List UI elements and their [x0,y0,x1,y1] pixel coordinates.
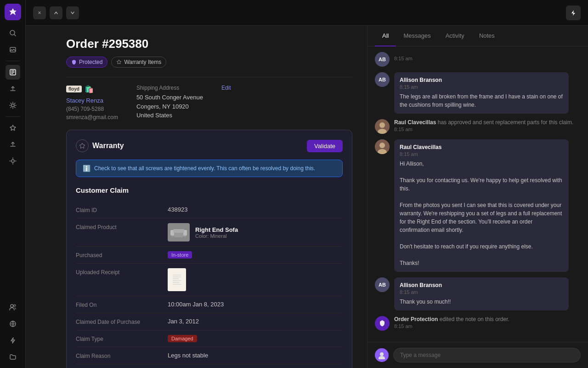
edit-shipping-button[interactable]: Edit [221,85,231,91]
sidebar-item-folder[interactable] [6,350,20,364]
op-time: 8:15 am [394,323,509,329]
right-panel: All Messages Activity Notes AB 8:15 am A… [368,26,588,368]
badges-row: Protected Warranty Items [66,57,352,68]
message-bubble-raul: Raul Clavecillas 8:15 am Hi Allison, Tha… [394,139,569,272]
uploaded-receipt-value [168,268,343,291]
uploaded-receipt-label: Uploaded Receipt [76,268,168,276]
claimed-product-label: Claimed Product [76,223,168,230]
warranty-title-row: Warranty [76,139,124,152]
svg-rect-16 [173,236,175,239]
shipping-address-line1: 50 South Conger Avenue [136,93,203,102]
info-banner: ℹ️ Check to see that all screws are tigh… [76,160,343,177]
message-row-raul: Raul Clavecillas 8:15 am Hi Allison, Tha… [375,139,581,272]
customer-name[interactable]: Stacey Renza [66,97,118,104]
order-protection-icon [378,319,386,328]
order-protection-content: Order Protection edited the note on this… [394,316,509,329]
up-button[interactable] [50,6,62,19]
info-text: Check to see that all screws are tighten… [94,165,315,172]
customer-phone: (845) 709-5288 [66,106,118,112]
receipt-icon [170,271,183,288]
system-message-content: Raul Clavecillas has approved and sent r… [394,119,573,132]
msg-time: 8:15 am [400,84,563,90]
tab-all[interactable]: All [375,26,396,46]
raul-avatar-bubble-icon [375,139,390,154]
product-thumbnail [168,223,190,242]
store-icon: 🛍️ [85,85,94,93]
svg-point-7 [11,104,14,107]
instore-badge: In-store [168,251,192,259]
shield-icon [71,59,77,65]
tab-notes[interactable]: Notes [472,26,502,46]
msg-text: The legs are all broken from the frame a… [400,92,563,109]
sidebar-item-star[interactable] [6,121,20,135]
svg-point-8 [11,160,14,162]
order-protection-avatar [375,316,390,331]
shipping-label: Shipping Address [136,85,203,91]
message-input[interactable] [393,348,581,362]
sidebar-item-upload2[interactable] [6,137,20,152]
svg-rect-17 [183,236,185,239]
sidebar-item-upload[interactable] [6,81,20,96]
system-sender: Raul Clavecillas [394,119,436,126]
user-avatar-small [375,348,389,362]
order-meta: floyd 🛍️ Stacey Renza (845) 709-5288 smr… [66,85,352,121]
system-text: Raul Clavecillas has approved and sent r… [394,119,573,126]
svg-line-1 [14,34,16,36]
sidebar-divider-2 [6,116,20,117]
product-color: Color: Mineral [195,233,238,239]
sidebar-item-flash[interactable] [6,333,20,348]
sidebar-item-users[interactable] [6,300,20,315]
receipt-thumbnail[interactable] [168,268,186,291]
raul-msg-text: Hi Allison, Thank you for contacting us.… [400,160,563,267]
claim-type-row: Claim Type Damaged [76,330,343,347]
claimed-date-label: Claimed Date of Purchase [76,318,168,325]
sidebar-item-global[interactable] [6,316,20,331]
message-row: AB 8:15 am [375,52,581,67]
product-item: Right End Sofa Color: Mineral [168,223,343,242]
claim-table: Claim ID 438923 Claimed Product [76,201,343,364]
tab-activity[interactable]: Activity [438,26,472,46]
warranty-star-icon [76,139,89,152]
system-time: 8:15 am [394,126,573,132]
messages-list: AB 8:15 am AB Allison Branson 8:15 am Th… [368,46,588,342]
claimed-date-row: Claimed Date of Purchase Jan 3, 2012 [76,313,343,330]
divider-1 [66,77,352,77]
raul-msg-time: 8:15 am [400,151,563,157]
message-row-allison-1: AB Allison Branson 8:15 am The legs are … [375,72,581,114]
svg-point-9 [11,305,13,307]
flash-action-button[interactable] [566,6,581,20]
svg-point-10 [14,305,16,306]
sofa-icon [170,225,188,240]
tab-messages[interactable]: Messages [396,26,438,46]
store-logo: floyd [66,86,82,92]
filed-on-label: Filed On [76,301,168,308]
sidebar-item-image[interactable] [6,42,20,57]
topbar: × [26,0,588,26]
purchased-label: Purchased [76,251,168,259]
allison-2-sender: Allison Branson [400,282,563,288]
op-text: Order Protection edited the note on this… [394,316,509,322]
filed-on-value: 10:00am Jan 8, 2023 [168,301,343,308]
sidebar-item-settings[interactable] [6,98,20,113]
store-row: floyd 🛍️ [66,85,118,93]
validate-button[interactable]: Validate [307,140,343,152]
claim-reason-value: Legs not stable [168,352,343,359]
claim-section-title: Customer Claim [76,186,343,194]
customer-email: smrenza@gmail.com [66,114,118,121]
svg-point-29 [379,143,385,148]
protected-badge: Protected [66,57,107,68]
allison-2-time: 8:15 am [400,289,563,295]
allison-2-text: Thank you so much!! [400,298,563,306]
down-button[interactable] [66,6,79,19]
simple-message-time: 8:15 am [394,56,413,61]
message-bubble-allison-1: Allison Branson 8:15 am The legs are all… [394,72,569,114]
close-button[interactable]: × [33,6,46,19]
sidebar-item-settings2[interactable] [6,154,20,168]
shipping-address-line2: Congers, NY 10920 [136,102,203,111]
sidebar-item-search[interactable] [6,26,20,40]
main-container: Order #295380 Protected Warranty Items f… [51,26,588,368]
sidebar-item-orders[interactable] [6,65,20,80]
svg-point-32 [379,356,385,359]
sidebar [0,0,26,368]
claimed-product-row: Claimed Product [76,218,343,247]
